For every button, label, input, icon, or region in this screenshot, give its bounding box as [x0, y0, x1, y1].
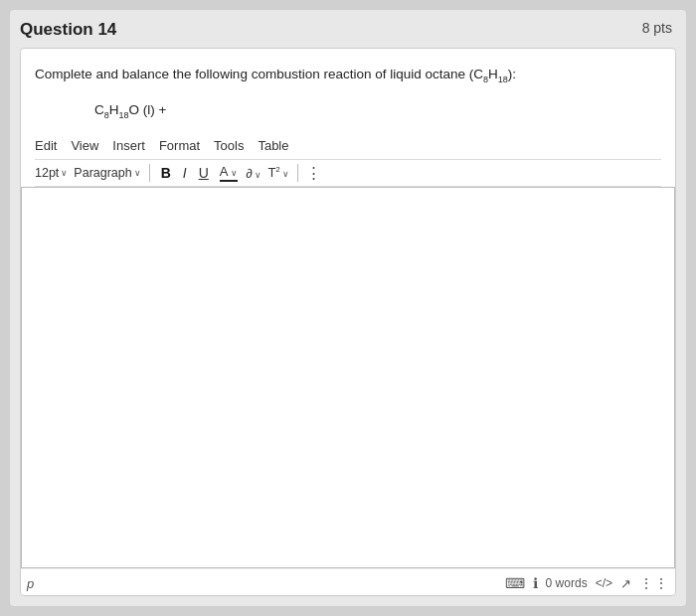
question-card: Complete and balance the following combu…	[20, 48, 676, 596]
paragraph-label: Paragraph	[74, 166, 131, 180]
menu-table[interactable]: Table	[258, 138, 288, 153]
paragraph-marker: p	[27, 576, 34, 591]
word-count: 0 words	[546, 576, 588, 590]
toolbar-divider-1	[149, 164, 150, 182]
question-text: Complete and balance the following combu…	[35, 65, 661, 86]
expand-button[interactable]: ↗	[620, 576, 631, 591]
font-color-button[interactable]: A ∨	[218, 164, 241, 183]
font-size-value: 12pt	[35, 166, 59, 180]
menu-edit[interactable]: Edit	[35, 138, 57, 153]
paragraph-chevron: ∨	[134, 168, 141, 178]
question-title: Question 14	[20, 20, 116, 40]
chemical-formula: C8H18O (l) +	[94, 102, 661, 120]
menu-view[interactable]: View	[71, 138, 98, 153]
font-color-label: A	[220, 164, 228, 179]
highlight-button[interactable]: ∂ ∨	[246, 166, 261, 181]
underline-button[interactable]: U	[196, 165, 212, 181]
more-options-button[interactable]: ⋮	[306, 164, 322, 182]
menu-bar: Edit View Insert Format Tools Table	[35, 136, 661, 155]
font-color-chevron: ∨	[231, 168, 238, 178]
question-header: Question 14 8 pts	[20, 20, 676, 40]
page-container: Question 14 8 pts Complete and balance t…	[10, 10, 686, 606]
bold-button[interactable]: B	[158, 165, 174, 181]
info-icon[interactable]: ℹ	[533, 575, 538, 591]
editor-textarea[interactable]	[21, 187, 675, 568]
status-bar: p ⌨ ℹ 0 words </> ↗ ⋮⋮	[21, 568, 675, 595]
font-size-chevron: ∨	[61, 168, 68, 178]
dots-button[interactable]: ⋮⋮	[639, 575, 669, 591]
question-card-inner: Complete and balance the following combu…	[35, 65, 661, 595]
keyboard-icon[interactable]: ⌨	[505, 575, 525, 591]
toolbar-divider-2	[297, 164, 298, 182]
menu-tools[interactable]: Tools	[214, 138, 244, 153]
menu-insert[interactable]: Insert	[112, 138, 145, 153]
italic-button[interactable]: I	[180, 165, 190, 181]
paragraph-selector[interactable]: Paragraph ∨	[74, 166, 140, 180]
status-right: ⌨ ℹ 0 words </> ↗ ⋮⋮	[505, 575, 669, 591]
points-label: 8 pts	[642, 20, 672, 36]
toolbar: 12pt ∨ Paragraph ∨ B I U A ∨ ∂ ∨ T2 ∨	[35, 159, 661, 188]
code-button[interactable]: </>	[596, 576, 612, 590]
menu-format[interactable]: Format	[159, 138, 200, 153]
font-size-selector[interactable]: 12pt ∨	[35, 166, 68, 180]
font-color-underline	[220, 180, 239, 183]
superscript-button[interactable]: T2 ∨	[267, 165, 289, 180]
